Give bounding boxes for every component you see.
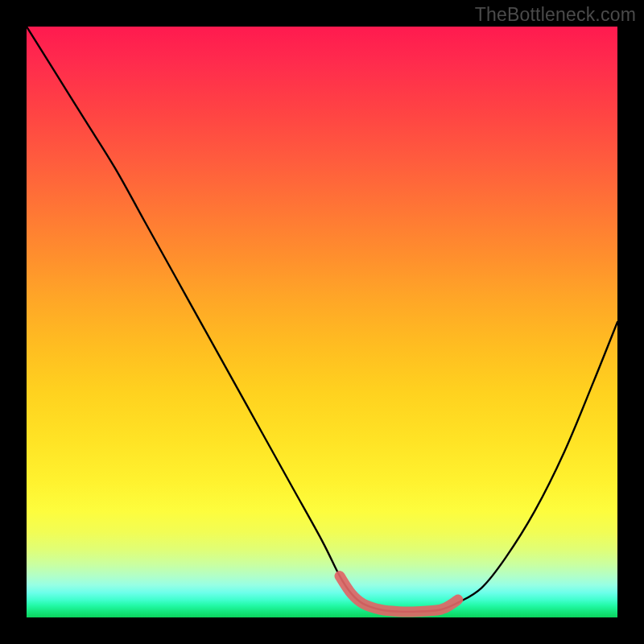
watermark-text: TheBottleneck.com [475,4,636,26]
highlight-band [340,576,458,612]
plot-area [27,27,617,617]
chart-container: TheBottleneck.com [0,0,644,644]
curve-layer [27,27,617,617]
bottleneck-curve [27,27,617,612]
